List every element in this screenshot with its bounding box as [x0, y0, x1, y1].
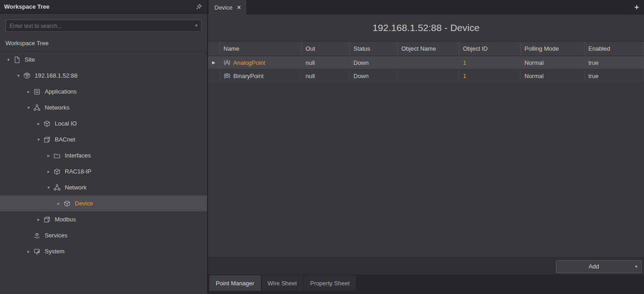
status-cell: Down — [350, 69, 398, 82]
point-name: BinaryPoint — [233, 73, 263, 79]
table-body: ▶ ⟨A⟩ AnalogPoint null Down 1 Normal tru… — [208, 56, 644, 83]
column-header-name[interactable]: Name — [220, 42, 302, 56]
row-selector[interactable]: ▶ — [208, 56, 220, 69]
page-title: 192.168.1.52:88 - Device — [373, 22, 480, 33]
tree-item-label: Interfaces — [65, 152, 91, 159]
column-header-out[interactable]: Out — [302, 42, 350, 56]
expander-icon[interactable]: ▾ — [45, 185, 52, 190]
search-input[interactable] — [5, 20, 202, 32]
tab-device[interactable]: Device × — [209, 0, 247, 15]
column-header-object-id[interactable]: Object ID — [459, 42, 521, 56]
tree-item-label: 192.168.1.52:88 — [35, 72, 78, 79]
tab-wire-sheet[interactable]: Wire Sheet — [261, 275, 304, 291]
tree-item-rac18-ip[interactable]: ▸ RAC18-IP — [0, 163, 207, 179]
row-selector-arrow: ▶ — [212, 60, 215, 65]
polling-mode-cell: Normal — [521, 69, 585, 82]
expander-icon[interactable]: ▸ — [45, 153, 52, 158]
applications-icon — [32, 88, 42, 95]
pin-icon[interactable] — [195, 3, 203, 11]
services-icon — [32, 232, 42, 239]
expander-icon[interactable]: ▸ — [25, 249, 32, 254]
tree-item-modbus[interactable]: ▸ Modbus — [0, 211, 207, 227]
station-icon — [22, 72, 31, 79]
tree-section-header: Workspace Tree — [0, 35, 207, 52]
device-icon — [62, 200, 72, 207]
tree-item-interfaces[interactable]: ▸ Interfaces — [0, 147, 207, 163]
tree-item-networks[interactable]: ▾ Networks — [0, 100, 207, 116]
point-icon: ⟨A⟩ — [223, 59, 230, 66]
tree-item-label: Applications — [45, 88, 77, 95]
add-button[interactable]: Add ▾ — [556, 260, 642, 273]
expander-icon[interactable]: ▾ — [35, 137, 42, 142]
tree-item-services[interactable]: Services — [0, 227, 207, 243]
expander-icon[interactable]: ▸ — [45, 169, 52, 174]
document-tab-bar: Device × + — [208, 0, 644, 15]
table-empty-area — [208, 83, 644, 257]
expander-icon[interactable]: ▸ — [35, 121, 42, 126]
point-icon: ⟨B⟩ — [223, 73, 230, 79]
tree-item-label: Local IO — [55, 120, 77, 127]
expander-icon[interactable]: ▾ — [5, 57, 12, 62]
tree-item-label: Services — [45, 232, 68, 239]
column-header-object-name[interactable]: Object Name — [398, 42, 459, 56]
tree-item-local-io[interactable]: ▸ Local IO — [0, 116, 207, 131]
tab-property-sheet[interactable]: Property Sheet — [304, 275, 357, 291]
object-name-cell — [398, 56, 459, 69]
object-id-cell: 1 — [459, 56, 521, 69]
enabled-cell: true — [585, 69, 644, 82]
tree-item-label: Device — [75, 200, 93, 207]
name-cell[interactable]: ⟨A⟩ AnalogPoint — [220, 56, 302, 69]
expander-icon[interactable]: ▾ — [15, 73, 22, 78]
search-area: ▾ — [0, 14, 207, 35]
search-dropdown-icon[interactable]: ▾ — [195, 23, 197, 28]
device-icon — [52, 168, 62, 175]
system-icon — [32, 248, 42, 255]
tree-item-system[interactable]: ▸ System — [0, 243, 207, 259]
name-cell[interactable]: ⟨B⟩ BinaryPoint — [220, 69, 302, 82]
device-title-bar: 192.168.1.52:88 - Device — [208, 15, 644, 41]
column-header-status[interactable]: Status — [350, 42, 398, 56]
close-tab-icon[interactable]: × — [237, 4, 241, 10]
tree-item-label: Site — [25, 56, 35, 63]
new-tab-button[interactable]: + — [629, 0, 644, 15]
tree-item-label: Modbus — [55, 216, 76, 223]
tree-item-label: Networks — [45, 104, 69, 111]
tree-item-device[interactable]: ▸ Device — [0, 195, 207, 211]
expander-icon[interactable]: ▸ — [25, 89, 32, 94]
document-icon — [12, 56, 21, 63]
column-header-enabled[interactable]: Enabled — [585, 42, 644, 56]
add-dropdown-icon[interactable]: ▾ — [631, 261, 641, 273]
tree-item-label: BACnet — [55, 136, 75, 143]
add-button-label: Add — [556, 261, 631, 273]
expander-icon[interactable]: ▾ — [25, 105, 32, 110]
polling-mode-cell: Normal — [521, 56, 585, 69]
tree-item-label: RAC18-IP — [65, 168, 92, 175]
tree-item-192-168-1-52-88[interactable]: ▾ 192.168.1.52:88 — [0, 68, 207, 84]
point-name: AnalogPoint — [233, 59, 265, 66]
tree-item-site[interactable]: ▾ Site — [0, 52, 207, 68]
protocol-icon — [42, 136, 52, 143]
row-selector[interactable] — [208, 69, 220, 82]
network-icon — [52, 184, 62, 191]
add-button-bar: Add ▾ — [208, 257, 644, 275]
column-header-polling-mode[interactable]: Polling Mode — [521, 42, 585, 56]
expander-icon[interactable]: ▸ — [55, 201, 62, 206]
table-row[interactable]: ▶ ⟨A⟩ AnalogPoint null Down 1 Normal tru… — [208, 56, 644, 69]
out-cell: null — [302, 56, 350, 69]
main-panel: Device × + 192.168.1.52:88 - Device Name… — [208, 0, 644, 294]
workspace-tree-panel-header: Workspace Tree — [0, 0, 207, 14]
workspace-tree-list: ▾ Site ▾ 192.168.1.52:88 ▸ Applications … — [0, 52, 207, 294]
tab-point-manager[interactable]: Point Manager — [209, 275, 261, 291]
tree-item-bacnet[interactable]: ▾ BACnet — [0, 131, 207, 147]
workspace-tree-panel-title: Workspace Tree — [4, 3, 49, 10]
tree-item-network[interactable]: ▾ Network — [0, 179, 207, 195]
device-icon — [42, 120, 52, 127]
expander-icon[interactable]: ▸ — [35, 217, 42, 222]
table-row[interactable]: ⟨B⟩ BinaryPoint null Down 1 Normal true — [208, 69, 644, 83]
tree-item-applications[interactable]: ▸ Applications — [0, 84, 207, 100]
view-tab-bar: Point Manager Wire Sheet Property Sheet — [208, 275, 644, 294]
enabled-cell: true — [585, 56, 644, 69]
out-cell: null — [302, 69, 350, 82]
column-header-selector — [208, 42, 220, 56]
object-id-cell: 1 — [459, 69, 521, 82]
